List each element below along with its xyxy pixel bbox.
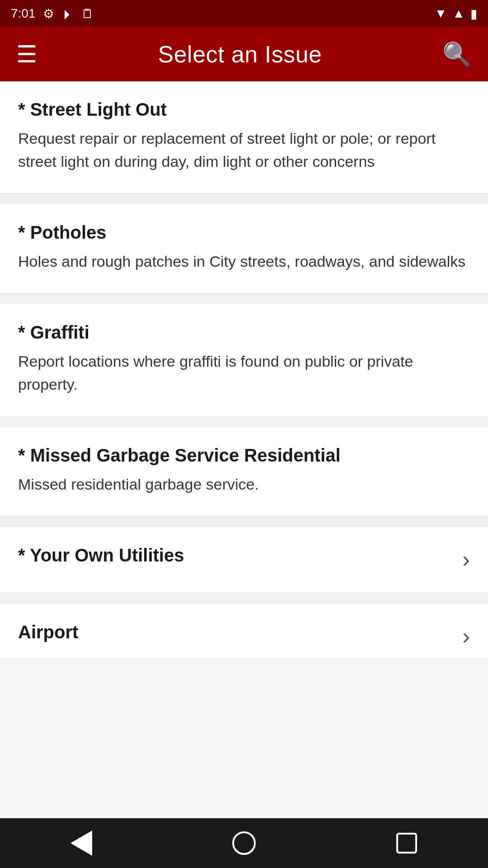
list-item[interactable]: * Potholes Holes and rough patches in Ci… — [0, 204, 488, 293]
recents-button[interactable] — [389, 825, 425, 861]
clipboard-icon: 🗒 — [81, 6, 94, 21]
back-button[interactable] — [63, 825, 99, 861]
app-bar: ☰ Select an Issue 🔍 — [0, 27, 488, 81]
issue-title-street-light: * Street Light Out — [18, 99, 470, 120]
shield-icon: ⏵ — [61, 6, 74, 21]
chevron-right-icon: › — [462, 546, 470, 572]
issue-title-airport: Airport — [18, 622, 78, 642]
divider — [0, 293, 488, 304]
signal-icon: ▲ — [452, 6, 465, 21]
issue-desc-graffiti: Report locations where graffiti is found… — [18, 350, 470, 396]
list-item[interactable]: * Graffiti Report locations where graffi… — [0, 304, 488, 416]
divider — [0, 193, 488, 204]
battery-icon: ▮ — [470, 6, 477, 21]
list-item[interactable]: * Missed Garbage Service Residential Mis… — [0, 427, 488, 516]
divider — [0, 416, 488, 427]
status-bar-left: 7:01 ⚙ ⏵ 🗒 — [11, 6, 94, 21]
status-time: 7:01 — [11, 6, 36, 21]
home-button[interactable] — [226, 825, 262, 861]
list-item[interactable]: * Your Own Utilities › — [0, 527, 488, 593]
chevron-right-icon: › — [462, 623, 470, 649]
menu-icon[interactable]: ☰ — [16, 41, 38, 68]
page-title: Select an Issue — [158, 41, 322, 68]
search-icon[interactable]: 🔍 — [442, 41, 472, 68]
settings-icon: ⚙ — [43, 6, 54, 21]
status-bar-right: ▼ ▲ ▮ — [435, 6, 477, 21]
list-item[interactable]: Airport › — [0, 604, 488, 659]
issues-list: * Street Light Out Request repair or rep… — [0, 81, 488, 659]
list-item[interactable]: * Street Light Out Request repair or rep… — [0, 81, 488, 193]
home-icon — [232, 831, 256, 855]
bottom-navigation — [0, 818, 488, 868]
status-bar: 7:01 ⚙ ⏵ 🗒 ▼ ▲ ▮ — [0, 0, 488, 27]
issue-title-graffiti: * Graffiti — [18, 322, 470, 343]
divider — [0, 516, 488, 527]
wifi-icon: ▼ — [435, 6, 447, 21]
recents-icon — [396, 833, 417, 854]
issue-title-utilities: * Your Own Utilities — [18, 545, 184, 566]
back-icon — [70, 830, 92, 856]
issue-title-potholes: * Potholes — [18, 222, 470, 243]
issue-desc-potholes: Holes and rough patches in City streets,… — [18, 250, 470, 273]
divider — [0, 593, 488, 604]
issue-desc-street-light: Request repair or replacement of street … — [18, 127, 470, 173]
issue-desc-missed-garbage: Missed residential garbage service. — [18, 473, 470, 496]
issue-title-missed-garbage: * Missed Garbage Service Residential — [18, 445, 470, 466]
